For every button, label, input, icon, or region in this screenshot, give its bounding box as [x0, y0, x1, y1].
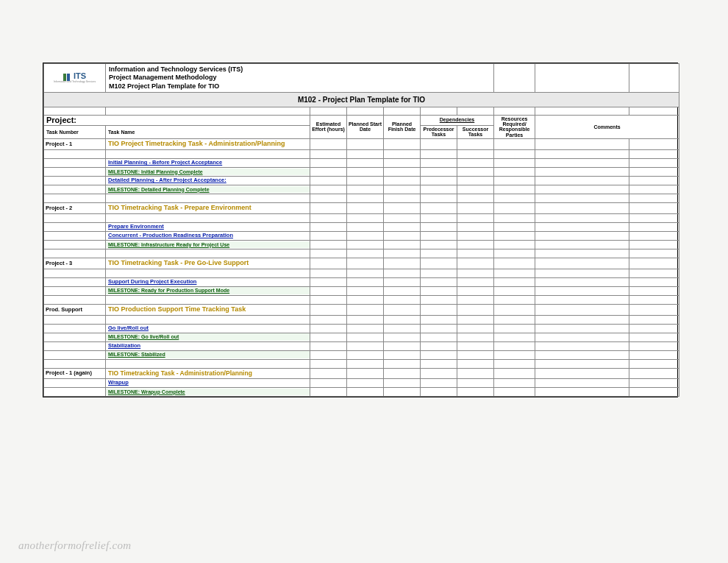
task-text[interactable]: Concurrent - Production Readiness Prepar…: [106, 232, 310, 239]
empty-cell: [347, 269, 384, 277]
header-text-block: Information and Technology Services (ITS…: [106, 64, 494, 93]
empty-cell: [535, 295, 629, 304]
empty-cell: [535, 150, 629, 159]
empty-cell: [384, 304, 421, 315]
empty-cell: [44, 194, 106, 203]
empty-cell: [347, 286, 384, 295]
task-text[interactable]: Go live/Roll out: [106, 325, 310, 332]
empty-cell: [421, 139, 457, 150]
task-text[interactable]: Detailed Planning - After Project Accept…: [106, 177, 310, 184]
empty-cell: [421, 168, 457, 177]
task-text[interactable]: Support During Project Execution: [106, 278, 310, 286]
empty-cell: [494, 315, 535, 324]
empty-cell: [494, 159, 535, 168]
empty-cell: [629, 388, 679, 397]
empty-cell: [347, 304, 384, 315]
empty-cell: [106, 249, 310, 258]
empty-cell: [384, 277, 421, 286]
empty-cell: [494, 324, 535, 333]
empty-cell: [457, 168, 494, 177]
empty-cell: [347, 277, 384, 286]
task-text[interactable]: Wrapup: [106, 379, 310, 386]
empty-cell: [457, 150, 494, 159]
empty-cell: [535, 341, 629, 350]
section-title: TIO Timetracking Task - Administration/P…: [106, 368, 310, 378]
empty-cell: [347, 177, 384, 185]
empty-cell: [310, 341, 347, 350]
task-text[interactable]: Prepare Environment: [106, 223, 310, 230]
task-number-cell: [44, 277, 106, 286]
empty-cell: [629, 240, 679, 249]
task-text[interactable]: MILESTONE: Stabilized: [106, 351, 310, 358]
empty-cell: [421, 286, 457, 295]
task-text[interactable]: MILESTONE: Infrastructure Ready for Proj…: [106, 241, 310, 249]
empty-cell: [494, 240, 535, 249]
empty-cell: [310, 240, 347, 249]
empty-cell: [457, 286, 494, 295]
empty-cell: [535, 350, 629, 359]
empty-cell: [384, 368, 421, 378]
empty-cell: [457, 240, 494, 249]
empty-cell: [421, 203, 457, 214]
section-title: TIO Timetracking Task - Prepare Environm…: [106, 203, 310, 214]
empty-cell: [421, 304, 457, 315]
section-id: Project - 1 (again): [44, 368, 106, 378]
task-number-cell: [44, 222, 106, 231]
task-row: Support During Project Execution: [106, 277, 310, 286]
empty-cell: [457, 194, 494, 203]
empty-cell: [535, 315, 629, 324]
task-row: Go live/Roll out: [106, 324, 310, 333]
empty-cell: [457, 304, 494, 315]
empty-cell: [347, 249, 384, 258]
empty-cell: [347, 139, 384, 150]
empty-cell: [629, 194, 679, 203]
empty-cell: [421, 388, 457, 397]
task-text[interactable]: MILESTONE: Initial Planning Complete: [106, 169, 310, 176]
empty-cell: [384, 159, 421, 168]
empty-cell: [535, 194, 629, 203]
empty-cell: [347, 388, 384, 397]
header-org: Information and Technology Services (ITS…: [109, 65, 490, 74]
empty-cell: [494, 222, 535, 231]
empty-cell: [494, 341, 535, 350]
empty-cell: [457, 231, 494, 240]
task-text[interactable]: Initial Planning - Before Project Accept…: [106, 159, 310, 166]
col-task-name: Task Name: [106, 125, 310, 139]
task-text[interactable]: MILESTONE: Detailed Planning Complete: [106, 186, 310, 194]
empty-cell: [310, 150, 347, 159]
empty-cell: [494, 286, 535, 295]
task-text[interactable]: MILESTONE: Ready for Production Support …: [106, 287, 310, 294]
title-bar: M102 - Project Plan Template for TIO: [44, 92, 679, 107]
empty-cell: [535, 168, 629, 177]
empty-cell: [310, 333, 347, 341]
task-text[interactable]: MILESTONE: Go live/Roll out: [106, 333, 310, 341]
empty-cell: [535, 286, 629, 295]
header-empty: [494, 64, 535, 93]
empty-cell: [421, 150, 457, 159]
empty-cell: [384, 269, 421, 277]
empty-cell: [629, 177, 679, 185]
empty-cell: [421, 324, 457, 333]
milestone-row: MILESTONE: Initial Planning Complete: [106, 168, 310, 177]
task-text[interactable]: Stabilization: [106, 342, 310, 350]
empty-cell: [384, 359, 421, 368]
empty-cell: [457, 379, 494, 388]
empty-cell: [535, 240, 629, 249]
empty-cell: [535, 177, 629, 185]
empty-cell: [310, 185, 347, 194]
col-predecessor: Predecessor Tasks: [421, 125, 457, 139]
empty-cell: [629, 277, 679, 286]
milestone-row: MILESTONE: Infrastructure Ready for Proj…: [106, 240, 310, 249]
empty-cell: [421, 277, 457, 286]
empty-cell: [384, 324, 421, 333]
empty-cell: [535, 258, 629, 269]
empty-cell: [310, 295, 347, 304]
empty-cell: [384, 350, 421, 359]
task-text[interactable]: MILESTONE: Wrapup Complete: [106, 389, 310, 396]
empty-cell: [384, 295, 421, 304]
empty-cell: [384, 231, 421, 240]
col-planned-start: Planned Start Date: [347, 115, 384, 138]
empty-cell: [421, 185, 457, 194]
empty-cell: [494, 150, 535, 159]
empty-cell: [535, 333, 629, 341]
